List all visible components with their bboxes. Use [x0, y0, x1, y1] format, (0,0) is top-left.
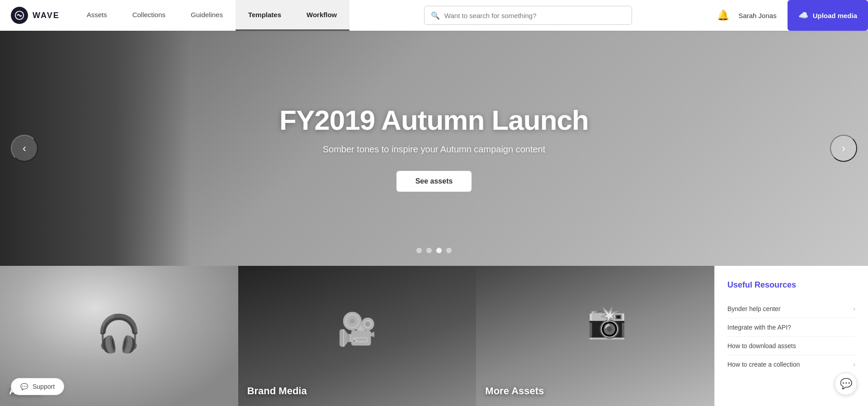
nav-item-templates[interactable]: Templates [236, 0, 294, 31]
cloud-upload-icon: ☁️ [798, 10, 808, 20]
card3-title: More Assets [485, 385, 544, 397]
resource-item-help[interactable]: Bynder help center › [727, 300, 855, 318]
search-icon: 🔍 [431, 11, 440, 20]
resource-item-download-label: How to download assets [727, 342, 796, 349]
notification-bell-icon[interactable]: 🔔 [717, 9, 729, 21]
carousel-dot-2[interactable] [426, 248, 432, 253]
media-grid: Assets Brand Media More Assets [0, 266, 714, 406]
card2-inner: Brand Media [238, 266, 476, 406]
carousel-content: FY2019 Autumn Launch Somber tones to ins… [279, 105, 589, 191]
chat-widget-button[interactable]: 💬 [835, 373, 857, 395]
username-label[interactable]: Sarah Jonas [738, 12, 776, 19]
carousel-cta-button[interactable]: See assets [396, 171, 472, 192]
carousel-dot-4[interactable] [446, 248, 452, 253]
sidebar-title: Useful Resources [727, 280, 855, 290]
media-card-2[interactable]: Brand Media [238, 266, 476, 406]
support-button[interactable]: 💬 Support [11, 378, 64, 395]
logo-text: WAVE [33, 11, 60, 20]
resource-item-collection-label: How to create a collection [727, 361, 800, 368]
chevron-right-icon: › [853, 361, 855, 368]
carousel-prev-button[interactable]: ‹ [11, 135, 38, 162]
nav-item-assets[interactable]: Assets [74, 0, 120, 31]
main-content: Assets Brand Media More Assets Useful Re… [0, 266, 868, 406]
upload-media-button[interactable]: ☁️ Upload media [788, 0, 868, 31]
resource-item-collection[interactable]: How to create a collection › [727, 355, 855, 373]
carousel-dot-1[interactable] [416, 248, 422, 253]
carousel-next-button[interactable]: › [830, 135, 857, 162]
logo-area: WAVE [0, 7, 71, 24]
resource-item-api-label: Integrate with the API? [727, 324, 791, 331]
card3-inner: More Assets [476, 266, 714, 406]
resource-item-api[interactable]: Integrate with the API? [727, 318, 855, 337]
header-right: 🔔 Sarah Jonas [706, 9, 787, 21]
search-input-wrap: 🔍 [424, 6, 632, 25]
hero-carousel: ‹ FY2019 Autumn Launch Somber tones to i… [0, 31, 868, 266]
carousel-dot-3[interactable] [436, 248, 442, 253]
support-icon: 💬 [20, 383, 28, 390]
logo-icon[interactable] [11, 7, 28, 24]
header: WAVE Assets Collections Guidelines Templ… [0, 0, 868, 31]
chevron-right-icon: › [853, 305, 855, 312]
card2-title: Brand Media [247, 385, 307, 397]
nav-item-guidelines[interactable]: Guidelines [178, 0, 236, 31]
chat-icon: 💬 [840, 378, 852, 390]
nav-item-collections[interactable]: Collections [120, 0, 178, 31]
search-input[interactable] [444, 12, 625, 19]
main-nav: Assets Collections Guidelines Templates … [74, 0, 350, 31]
resource-item-help-label: Bynder help center [727, 305, 781, 312]
resource-item-download[interactable]: How to download assets [727, 337, 855, 355]
carousel-dots [416, 248, 452, 253]
search-bar: 🔍 [349, 6, 706, 25]
carousel-subtitle: Somber tones to inspire your Autumn camp… [279, 144, 589, 155]
media-card-3[interactable]: More Assets [476, 266, 714, 406]
support-label: Support [33, 383, 55, 390]
carousel-title: FY2019 Autumn Launch [279, 105, 589, 136]
nav-item-workflow[interactable]: Workflow [294, 0, 349, 31]
